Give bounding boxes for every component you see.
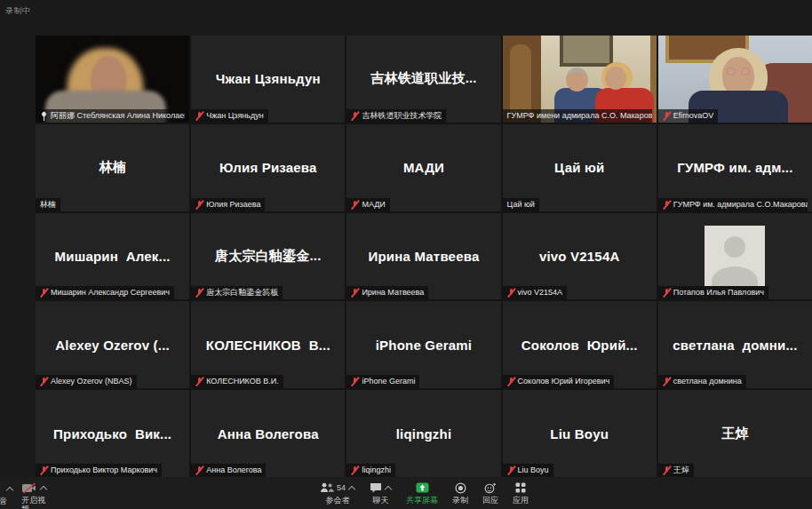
muted-mic-icon <box>40 288 48 298</box>
participant-tile[interactable]: Цай юй Цай юй <box>503 124 657 211</box>
chat-button[interactable]: 聊天 <box>370 481 392 505</box>
share-screen-button[interactable]: 共享屏幕 <box>406 481 438 505</box>
participant-name-label: iPhone Gerami <box>346 375 419 388</box>
unmute-button[interactable]: 解除静音 <box>0 496 7 507</box>
participant-tile[interactable]: КОЛЕСНИКОВ В... КОЛЕСНИКОВ В.И. <box>191 301 345 388</box>
participant-name-label: 阿丽娜 Стеблянская Алина Николаевна <box>36 109 185 123</box>
pin-icon <box>40 111 48 121</box>
muted-mic-icon <box>663 111 671 121</box>
participant-tile[interactable]: EfimovaOV <box>658 36 812 123</box>
participant-name-label: Приходько Виктор Маркович <box>36 464 162 477</box>
muted-mic-icon <box>351 288 359 298</box>
participant-tile[interactable]: Ирина Матвеева Ирина Матвеева <box>346 213 500 300</box>
participant-name-label: Ирина Матвеева <box>346 286 428 299</box>
participant-name-label: Alexey Ozerov (NBAS) <box>36 375 137 388</box>
participants-count: 54 <box>337 483 346 492</box>
participant-tile[interactable]: Чжан Цзяньдун Чжан Цзяньдун <box>191 36 345 123</box>
participant-name-label: Потапов Илья Павлович <box>658 286 768 299</box>
participant-name-label: 吉林铁道职业技术学院 <box>346 109 446 123</box>
participant-name-label: ГУМРФ имени адмирала С.О. Макарова <box>503 109 652 123</box>
participant-name-label: КОЛЕСНИКОВ В.И. <box>191 375 283 388</box>
participant-name-label: ГУМРФ им. адмирала С.О.Макарова <box>658 198 808 211</box>
chat-icon <box>370 482 382 493</box>
participant-tile[interactable]: Мишарин Алек... Мишарин Александр Сергее… <box>36 213 189 300</box>
muted-mic-icon <box>351 465 359 475</box>
participant-tile[interactable]: 吉林铁道职业技... 吉林铁道职业技术学院 <box>346 36 500 123</box>
participant-name-label: EfimovaOV <box>658 109 719 123</box>
participant-name-label: Соколов Юрий Игоревич <box>503 375 615 388</box>
participant-name-label: 王焯 <box>658 464 694 477</box>
participant-tile[interactable]: Потапов Илья Павлович <box>658 213 812 300</box>
participant-tile[interactable]: Liu Boyu Liu Boyu <box>503 390 657 477</box>
audio-options-caret[interactable] <box>6 485 13 492</box>
participant-name-label: vivo V2154A <box>503 286 568 299</box>
muted-mic-icon <box>351 377 359 386</box>
participants-caret[interactable] <box>348 484 355 491</box>
avatar-placeholder <box>705 226 765 286</box>
participant-tile[interactable]: vivo V2154A vivo V2154A <box>503 213 657 300</box>
muted-mic-icon <box>663 288 671 298</box>
participant-name-label: 林楠 <box>36 198 60 211</box>
participant-tile[interactable]: Юлия Ризаева Юлия Ризаева <box>191 124 345 211</box>
participant-name-label: Liu Boyu <box>503 464 553 477</box>
participant-name-label: Чжан Цзяньдун <box>191 109 268 123</box>
camera-off-icon <box>21 482 37 494</box>
reactions-icon <box>484 482 497 494</box>
participant-name-label: Цай юй <box>503 198 539 211</box>
participant-tile[interactable]: iPhone Gerami iPhone Gerami <box>346 301 500 388</box>
participant-name-label: 唐太宗白釉鎏金笏板 <box>191 286 283 299</box>
participant-tile-active-speaker[interactable]: ГУМРФ имени адмирала С.О. Макарова <box>503 36 657 123</box>
painting <box>560 36 614 67</box>
participant-tile[interactable]: 阿丽娜 Стеблянская Алина Николаевна <box>36 36 189 123</box>
muted-mic-icon <box>663 377 671 386</box>
participant-tile[interactable]: Alexey Ozerov (... Alexey Ozerov (NBAS) <box>36 301 189 388</box>
recording-indicator: 录制中 <box>5 5 31 17</box>
participant-tile[interactable]: Анна Волегова Анна Волегова <box>191 390 345 477</box>
participant-tile[interactable]: Приходько Вик... Приходько Виктор Марков… <box>36 390 189 477</box>
muted-mic-icon <box>507 288 515 298</box>
participant-tile[interactable]: 林楠 林楠 <box>36 124 189 211</box>
meeting-toolbar: 解除静音 开启视频 54 <box>0 477 812 509</box>
muted-mic-icon <box>195 465 203 475</box>
participant-tile[interactable]: ГУМРФ им. адм... ГУМРФ им. адмирала С.О.… <box>658 124 812 211</box>
participants-grid: 阿丽娜 Стеблянская Алина Николаевна Чжан Цз… <box>36 36 812 477</box>
top-bar: 录制中 <box>0 0 812 36</box>
muted-mic-icon <box>507 465 515 475</box>
participants-icon <box>320 482 334 493</box>
muted-mic-icon <box>40 377 48 386</box>
muted-mic-icon <box>663 200 671 210</box>
record-icon <box>455 482 466 494</box>
muted-mic-icon <box>507 377 515 386</box>
participant-tile[interactable]: МАДИ МАДИ <box>346 124 500 211</box>
muted-mic-icon <box>351 200 359 210</box>
share-screen-icon <box>416 482 429 493</box>
participant-name-label: Мишарин Александр Сергеевич <box>36 286 174 299</box>
muted-mic-icon <box>351 111 359 121</box>
participant-name-label: светлана домнина <box>658 375 746 388</box>
participant-tile[interactable]: Соколов Юрий... Соколов Юрий Игоревич <box>503 301 657 388</box>
muted-mic-icon <box>663 465 671 475</box>
participant-name-label: МАДИ <box>346 198 389 211</box>
chat-caret[interactable] <box>385 484 392 491</box>
muted-mic-icon <box>195 200 203 210</box>
participant-tile[interactable]: светлана домни... светлана домнина <box>658 301 812 388</box>
start-video-button[interactable]: 开启视频 <box>21 481 47 509</box>
muted-mic-icon <box>40 465 48 475</box>
muted-mic-icon <box>195 288 203 298</box>
participant-tile[interactable]: 王焯 王焯 <box>658 390 812 477</box>
reactions-button[interactable]: 回应 <box>482 481 498 505</box>
participant-name-label: Анна Волегова <box>191 464 266 477</box>
toolbar-center-group: 54 参会者 聊天 共享屏幕 <box>320 481 529 505</box>
apps-icon <box>515 482 526 493</box>
apps-button[interactable]: 应用 <box>513 481 529 505</box>
participant-tile[interactable]: liqingzhi liqingzhi <box>346 390 500 477</box>
muted-mic-icon <box>195 377 203 386</box>
participants-button[interactable]: 54 参会者 <box>320 481 355 505</box>
record-button[interactable]: 录制 <box>452 481 468 505</box>
video-options-caret[interactable] <box>40 484 47 491</box>
participant-name-label: liqingzhi <box>346 464 395 477</box>
participant-name-label: Юлия Ризаева <box>191 198 265 211</box>
muted-mic-icon <box>195 111 203 121</box>
participant-tile[interactable]: 唐太宗白釉鎏金... 唐太宗白釉鎏金笏板 <box>191 213 345 300</box>
